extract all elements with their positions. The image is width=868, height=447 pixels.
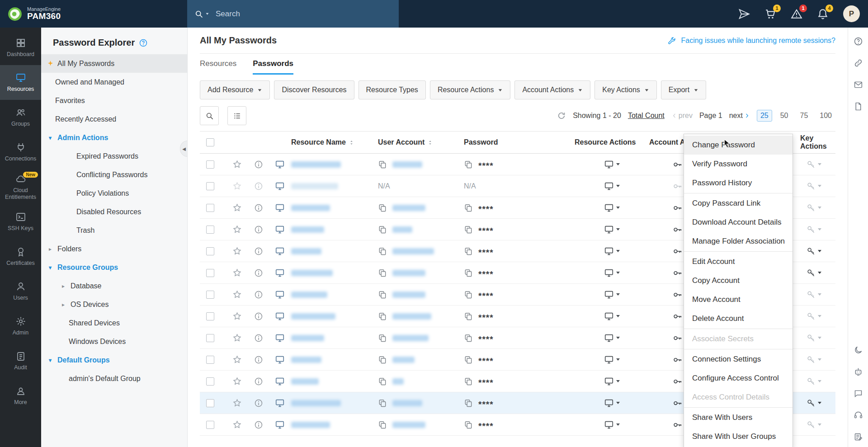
menu-item-password-history[interactable]: Password History: [684, 174, 793, 193]
info-icon[interactable]: [249, 312, 269, 321]
copy-password-icon[interactable]: [464, 377, 473, 386]
send-request-icon[interactable]: [738, 8, 750, 20]
question-icon[interactable]: [854, 37, 863, 46]
resource-name-redacted[interactable]: [291, 292, 327, 298]
total-count-link[interactable]: Total Count: [628, 112, 665, 120]
menu-item-manage-folder-association[interactable]: Manage Folder Association: [684, 232, 793, 251]
resource-types-button[interactable]: Resource Types: [359, 80, 426, 99]
copy-account-icon[interactable]: [378, 312, 387, 321]
favorite-star-icon[interactable]: [225, 203, 249, 212]
copy-account-icon[interactable]: [378, 225, 387, 234]
menu-item-copy-passcard-link[interactable]: Copy Passcard Link: [684, 194, 793, 213]
headset-icon[interactable]: [854, 410, 863, 420]
info-icon[interactable]: [249, 377, 269, 386]
notifications-bell-icon[interactable]: 4: [817, 8, 829, 20]
col-resource-name[interactable]: Resource Name: [291, 138, 378, 146]
col-user-account[interactable]: User Account: [378, 138, 464, 146]
explorer-item-disabled-resources[interactable]: Disabled Resources: [41, 202, 187, 221]
store-cart-icon[interactable]: 1: [764, 8, 776, 20]
robot-icon[interactable]: [854, 367, 863, 376]
info-icon[interactable]: [249, 399, 269, 408]
page-size-25[interactable]: 25: [757, 110, 772, 122]
copy-password-icon[interactable]: [464, 420, 473, 429]
refresh-icon[interactable]: [557, 111, 566, 120]
menu-item-copy-account[interactable]: Copy Account: [684, 271, 793, 290]
favorite-star-icon[interactable]: [225, 181, 249, 191]
explorer-item-shared-devices[interactable]: Shared Devices: [41, 314, 187, 332]
menu-item-verify-password[interactable]: Verify Password: [684, 155, 793, 174]
info-icon[interactable]: [249, 355, 269, 364]
info-icon[interactable]: [249, 160, 269, 169]
copy-password-icon[interactable]: [464, 225, 473, 234]
sort-icon[interactable]: [349, 140, 354, 146]
explorer-item-favorites[interactable]: Favorites: [41, 91, 187, 110]
sidebar-item-cloud-entitlements[interactable]: New Cloud Entitlements: [0, 169, 41, 204]
info-icon[interactable]: [249, 247, 269, 256]
row-checkbox[interactable]: [206, 269, 214, 277]
page-size-100[interactable]: 100: [816, 110, 835, 122]
copy-password-icon[interactable]: [464, 160, 473, 169]
explorer-item-admin-actions[interactable]: ▾ Admin Actions: [41, 128, 187, 147]
explorer-item-os-devices[interactable]: ▸ OS Devices: [41, 295, 187, 314]
copy-password-icon[interactable]: [464, 203, 473, 212]
list-view-button[interactable]: [227, 106, 246, 125]
resource-name-redacted[interactable]: [291, 400, 341, 406]
explorer-item-windows-devices[interactable]: Windows Devices: [41, 332, 187, 351]
menu-item-configure-access-control[interactable]: Configure Access Control: [684, 369, 793, 388]
row-checkbox[interactable]: [206, 334, 214, 342]
copy-account-icon[interactable]: [378, 377, 387, 386]
resource-name-redacted[interactable]: [291, 270, 333, 276]
row-checkbox[interactable]: [206, 226, 214, 234]
favorite-star-icon[interactable]: [225, 268, 249, 278]
resource-actions-dropdown[interactable]: [575, 355, 649, 365]
table-search-button[interactable]: [200, 106, 219, 125]
menu-item-change-password[interactable]: Change Password: [684, 136, 793, 155]
sidebar-item-audit[interactable]: Audit: [0, 343, 41, 378]
discover-resources-button[interactable]: Discover Resources: [274, 80, 354, 99]
copy-account-icon[interactable]: [378, 420, 387, 429]
chat-icon[interactable]: [854, 389, 863, 398]
menu-item-delete-account[interactable]: Delete Account: [684, 309, 793, 328]
sidebar-item-ssh-keys[interactable]: SSH Keys: [0, 204, 41, 239]
menu-item-connection-settings[interactable]: Connection Settings: [684, 350, 793, 369]
sidebar-item-groups[interactable]: Groups: [0, 100, 41, 135]
resource-actions-dropdown[interactable]: [575, 225, 649, 235]
moon-icon[interactable]: [854, 345, 863, 355]
favorite-star-icon[interactable]: [225, 398, 249, 408]
resource-name-redacted[interactable]: [291, 226, 324, 233]
favorite-star-icon[interactable]: [225, 160, 249, 169]
alerts-icon[interactable]: 1: [791, 8, 802, 20]
page-size-50[interactable]: 50: [777, 110, 792, 122]
info-icon[interactable]: [249, 182, 269, 191]
info-icon[interactable]: [249, 334, 269, 343]
resource-name-redacted[interactable]: [291, 161, 341, 168]
explorer-item-default-groups[interactable]: ▾ Default Groups: [41, 351, 187, 369]
prev-page-button[interactable]: prev: [671, 112, 693, 120]
explorer-item-recently-accessed[interactable]: Recently Accessed: [41, 110, 187, 128]
resource-actions-dropdown[interactable]: [575, 333, 649, 343]
row-checkbox[interactable]: [206, 356, 214, 364]
copy-password-icon[interactable]: [464, 247, 473, 256]
remote-session-issues-link[interactable]: Facing issues while launching remote ses…: [668, 36, 835, 45]
export-button[interactable]: Export: [661, 80, 706, 99]
row-checkbox[interactable]: [206, 399, 214, 407]
row-checkbox[interactable]: [206, 291, 214, 299]
resource-name-redacted[interactable]: [291, 183, 338, 189]
explorer-item-folders[interactable]: ▸ Folders: [41, 240, 187, 258]
account-actions-button[interactable]: Account Actions: [514, 80, 590, 99]
copy-password-icon[interactable]: [464, 399, 473, 408]
favorite-star-icon[interactable]: [225, 225, 249, 234]
row-checkbox[interactable]: [206, 160, 214, 169]
favorite-star-icon[interactable]: [225, 311, 249, 321]
sidebar-item-admin[interactable]: Admin: [0, 309, 41, 343]
resource-actions-dropdown[interactable]: [575, 290, 649, 300]
favorite-star-icon[interactable]: [225, 246, 249, 256]
copy-account-icon[interactable]: [378, 268, 387, 278]
mail-icon[interactable]: [854, 80, 863, 89]
sort-icon[interactable]: [427, 140, 433, 146]
notepad-icon[interactable]: [854, 432, 863, 442]
explorer-item-database[interactable]: ▸ Database: [41, 277, 187, 295]
copy-account-icon[interactable]: [378, 290, 387, 299]
info-icon[interactable]: [249, 225, 269, 234]
next-page-button[interactable]: next: [729, 112, 750, 120]
